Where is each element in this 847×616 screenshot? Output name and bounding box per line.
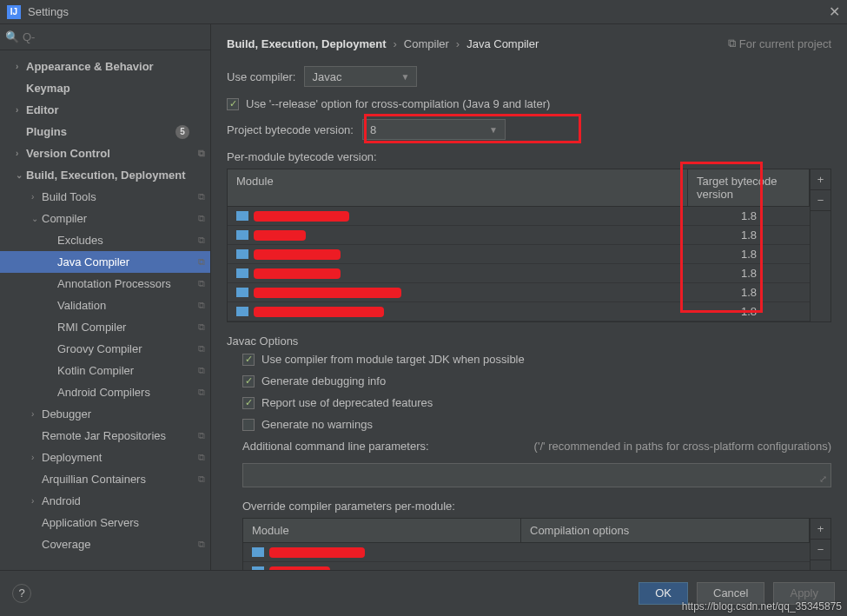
sidebar-item-remote-jar-repositories[interactable]: Remote Jar Repositories⧉	[0, 425, 210, 447]
sidebar-item-label: Java Compiler	[57, 255, 129, 268]
table-row[interactable]: 1.8	[228, 207, 810, 226]
javac-option-checkbox[interactable]: ✓Generate debugging info	[242, 374, 831, 387]
close-icon[interactable]: ✕	[829, 3, 840, 20]
sidebar-item-label: Appearance & Behavior	[26, 60, 154, 73]
table-row[interactable]: 1.8	[228, 226, 810, 245]
sidebar-item-validation[interactable]: Validation⧉	[0, 295, 210, 316]
redacted-text	[254, 288, 401, 298]
breadcrumb-part[interactable]: Build, Execution, Deployment	[227, 37, 386, 50]
sidebar-item-version-control[interactable]: ›Version Control⧉	[0, 142, 210, 164]
sidebar-item-keymap[interactable]: Keymap	[0, 77, 210, 99]
per-module-label: Per-module bytecode version:	[227, 150, 831, 163]
release-option-checkbox[interactable]: ✓ Use '--release' option for cross-compi…	[227, 97, 831, 110]
checkbox-icon: ✓	[242, 397, 255, 409]
scope-icon: ⧉	[198, 539, 205, 550]
use-compiler-select[interactable]: Javac ▼	[304, 66, 417, 87]
add-button[interactable]: +	[811, 169, 830, 190]
table-row[interactable]: 1.8	[228, 283, 810, 302]
sidebar-item-build-execution-deployment[interactable]: ⌄Build, Execution, Deployment	[0, 164, 210, 186]
sidebar-item-plugins[interactable]: Plugins5	[0, 121, 210, 142]
sidebar-item-label: Excludes	[57, 234, 103, 247]
target-version-cell[interactable]: 1.8	[688, 209, 810, 222]
sidebar-item-label: Android Compilers	[57, 386, 150, 399]
additional-params-input[interactable]: ⤢	[242, 463, 831, 487]
target-version-cell[interactable]: 1.8	[688, 267, 810, 280]
sidebar-item-label: Debugger	[42, 407, 91, 421]
sidebar-item-debugger[interactable]: ›Debugger	[0, 403, 210, 425]
target-version-cell[interactable]: 1.8	[688, 286, 810, 299]
sidebar-item-label: Validation	[57, 299, 106, 312]
sidebar-item-java-compiler[interactable]: Java Compiler⧉	[0, 251, 210, 273]
table-row[interactable]: 1.8	[228, 302, 810, 321]
sidebar-item-appearance-behavior[interactable]: ›Appearance & Behavior	[0, 56, 210, 77]
scope-icon: ⧉	[198, 256, 205, 268]
sidebar-item-excludes[interactable]: Excludes⧉	[0, 229, 210, 251]
table-row[interactable]	[243, 562, 810, 570]
scope-icon: ⧉	[198, 343, 205, 354]
tree-arrow-icon: ›	[16, 149, 26, 158]
use-compiler-value: Javac	[312, 70, 341, 83]
sidebar-item-kotlin-compiler[interactable]: Kotlin Compiler⧉	[0, 360, 210, 381]
checkbox-icon: ✓	[227, 98, 239, 110]
chevron-down-icon: ▼	[401, 72, 410, 82]
sidebar-item-application-servers[interactable]: Application Servers	[0, 512, 210, 533]
search-input[interactable]	[23, 30, 205, 43]
target-version-cell[interactable]: 1.8	[688, 229, 810, 242]
help-button[interactable]: ?	[12, 584, 31, 603]
override-label: Override compiler parameters per-module:	[242, 500, 831, 513]
column-header-target[interactable]: Target bytecode version	[688, 169, 810, 206]
sidebar-item-annotation-processors[interactable]: Annotation Processors⧉	[0, 273, 210, 295]
sidebar-item-arquillian-containers[interactable]: Arquillian Containers⧉	[0, 468, 210, 490]
app-icon: IJ	[7, 5, 21, 19]
sidebar-item-compiler[interactable]: ⌄Compiler⧉	[0, 208, 210, 229]
scope-icon: ⧉	[198, 278, 205, 289]
javac-option-checkbox[interactable]: Generate no warnings	[242, 418, 831, 431]
sidebar-item-android-compilers[interactable]: Android Compilers⧉	[0, 381, 210, 403]
ok-button[interactable]: OK	[639, 582, 688, 605]
redacted-text	[254, 249, 341, 260]
sidebar-item-deployment[interactable]: ›Deployment⧉	[0, 447, 210, 468]
checkbox-label: Generate no warnings	[261, 418, 373, 431]
sidebar-item-label: Arquillian Containers	[42, 473, 146, 486]
breadcrumb-part[interactable]: Compiler	[404, 37, 449, 50]
checkbox-label: Use compiler from module target JDK when…	[261, 353, 525, 366]
additional-params-hint: ('/' recommended in paths for cross-plat…	[534, 440, 831, 453]
sidebar-item-coverage[interactable]: Coverage⧉	[0, 533, 210, 555]
scope-label: For current project	[739, 37, 831, 50]
scope-icon: ⧉	[198, 148, 205, 159]
search-box[interactable]: 🔍	[0, 24, 210, 50]
checkbox-icon: ✓	[242, 375, 255, 387]
remove-button[interactable]: −	[811, 540, 830, 560]
title-bar: IJ Settings ✕	[0, 0, 847, 24]
sidebar-item-editor[interactable]: ›Editor	[0, 99, 210, 121]
checkbox-label: Report use of deprecated features	[261, 396, 433, 409]
javac-option-checkbox[interactable]: ✓Report use of deprecated features	[242, 396, 831, 409]
javac-option-checkbox[interactable]: ✓Use compiler from module target JDK whe…	[242, 353, 831, 366]
table-row[interactable]: 1.8	[228, 264, 810, 283]
column-header-options[interactable]: Compilation options	[521, 519, 810, 542]
target-version-cell[interactable]: 1.8	[688, 248, 810, 261]
column-header-module[interactable]: Module	[243, 519, 521, 542]
sidebar-item-android[interactable]: ›Android	[0, 490, 210, 512]
scope-icon: ⧉	[728, 36, 736, 50]
tree-arrow-icon: ›	[31, 496, 42, 506]
sidebar-item-build-tools[interactable]: ›Build Tools⧉	[0, 186, 210, 208]
table-row[interactable]	[243, 543, 810, 562]
count-badge: 5	[175, 125, 189, 139]
target-version-cell[interactable]: 1.8	[688, 305, 810, 318]
table-row[interactable]: 1.8	[228, 245, 810, 264]
column-header-module[interactable]: Module	[228, 169, 688, 206]
chevron-right-icon: ›	[456, 37, 460, 50]
remove-button[interactable]: −	[811, 190, 830, 211]
project-bytecode-select[interactable]: 8 ▼	[362, 119, 506, 140]
project-bytecode-label: Project bytecode version:	[227, 123, 354, 136]
folder-icon	[236, 230, 248, 240]
expand-icon[interactable]: ⤢	[819, 474, 827, 485]
sidebar-item-label: Version Control	[26, 147, 110, 160]
add-button[interactable]: +	[811, 519, 830, 540]
sidebar-item-groovy-compiler[interactable]: Groovy Compiler⧉	[0, 338, 210, 360]
sidebar-item-rmi-compiler[interactable]: RMI Compiler⧉	[0, 316, 210, 338]
additional-params-label: Additional command line parameters:	[242, 440, 429, 453]
sidebar-item-label: Keymap	[26, 82, 70, 95]
sidebar-item-label: Application Servers	[42, 516, 139, 529]
